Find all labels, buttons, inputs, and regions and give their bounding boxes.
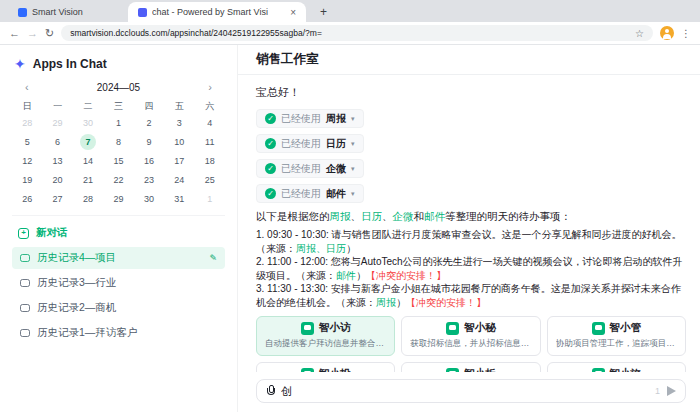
greeting-text: 宝总好！ — [256, 85, 686, 100]
bookmark-star-icon[interactable]: ☆ — [635, 28, 644, 39]
app-card-grid: 智小访 自动提供客户拜访信息并整合服务 智小秘 获取招标信息，并从招标信息中获取… — [256, 316, 686, 372]
calendar-day[interactable]: 1 — [110, 115, 126, 131]
summary-text: 等整理的明天的待办事项： — [445, 210, 571, 222]
chevron-down-icon: ▾ — [351, 190, 355, 198]
calendar-day[interactable]: 18 — [202, 153, 218, 169]
browser-menu-icon[interactable]: ⋮ — [681, 28, 691, 39]
forward-icon[interactable]: → — [27, 27, 38, 39]
calendar-day[interactable]: 14 — [80, 153, 96, 169]
summary-text: 、 — [382, 210, 393, 222]
app-logo-row: ✦ Apps In Chat — [12, 53, 225, 79]
summary-keyword: 企微 — [393, 210, 414, 222]
calendar-day[interactable]: 30 — [141, 191, 157, 207]
tab-smart-vision[interactable]: Smart Vision — [8, 2, 128, 22]
used-source-email-button[interactable]: ✓ 已经使用 邮件 ▾ — [256, 184, 364, 203]
app-card-header: 智小析 — [410, 367, 531, 372]
app-card-desc: 协助项目管理工作，追踪项目进度 — [556, 338, 677, 350]
app-card-title: 智小析 — [464, 367, 496, 372]
url-text: smartvision.dcclouds.com/appsinchat/2404… — [70, 28, 635, 38]
history-item-opportunity[interactable]: 历史记录2—商机 — [12, 297, 225, 319]
app-card-zhixiaoxi[interactable]: 智小析 自动收集并分析行业市场趋势和竞争对手信息 — [401, 362, 540, 372]
calendar-day[interactable]: 3 — [171, 115, 187, 131]
calendar-day[interactable]: 4 — [202, 115, 218, 131]
calendar-day[interactable]: 12 — [19, 153, 35, 169]
app-title: Apps In Chat — [33, 57, 107, 71]
calendar-day[interactable]: 22 — [110, 172, 126, 188]
calendar-day[interactable]: 2 — [141, 115, 157, 131]
back-icon[interactable]: ← — [9, 27, 20, 39]
calendar-day[interactable]: 30 — [80, 115, 96, 131]
close-tab-icon[interactable]: × — [290, 7, 296, 18]
calendar-day[interactable]: 26 — [19, 191, 35, 207]
calendar-day[interactable]: 6 — [50, 134, 66, 150]
summary-text: 、 — [351, 210, 362, 222]
app-card-zhixiaoguan[interactable]: 智小管 协助项目管理工作，追踪项目进度 — [547, 316, 686, 356]
check-icon: ✓ — [265, 113, 276, 124]
app-card-zhixiaolv[interactable]: 智小旅 自动规划出差日程，提供机票、酒店预订 — [547, 362, 686, 372]
app-card-title: 智小秘 — [464, 321, 496, 335]
used-source-weekly-button[interactable]: ✓ 已经使用 周报 ▾ — [256, 109, 364, 128]
chevron-down-icon: ▾ — [351, 115, 355, 123]
calendar-day[interactable]: 1 — [202, 191, 218, 207]
used-source-calendar-button[interactable]: ✓ 已经使用 日历 ▾ — [256, 134, 364, 153]
calendar-prev-icon[interactable]: ‹ — [22, 81, 32, 93]
calendar-day[interactable]: 16 — [141, 153, 157, 169]
message-input-bar: 1 — [256, 379, 686, 403]
chat-bubble-icon — [20, 254, 30, 262]
app-card-zhixiaomi[interactable]: 智小秘 获取招标信息，并从招标信息中获取商机 — [401, 316, 540, 356]
source-names: 周报、日历 — [296, 243, 346, 254]
summary-keyword: 日历 — [361, 210, 382, 222]
calendar-day[interactable]: 11 — [202, 134, 218, 150]
source-open: （来源： — [336, 297, 376, 308]
edit-icon[interactable]: ✎ — [209, 253, 217, 263]
tab-title: chat - Powered by Smart Visi — [152, 7, 268, 17]
chat-favicon-icon — [138, 8, 147, 17]
chat-bubble-icon — [20, 279, 30, 287]
calendar-day[interactable]: 20 — [50, 172, 66, 188]
calendar-day[interactable]: 21 — [80, 172, 96, 188]
profile-avatar[interactable] — [660, 26, 674, 40]
todo-item: 1. 09:30 - 10:30: 请与销售团队进行月度策略审查会议。这是一个分… — [256, 228, 686, 255]
calendar-day[interactable]: 17 — [171, 153, 187, 169]
status-prefix: 已经使用 — [281, 187, 321, 201]
calendar-day[interactable]: 28 — [80, 191, 96, 207]
workspace-header: 销售工作室 — [238, 45, 700, 75]
source-close: ） — [346, 243, 356, 254]
source-close: ） — [396, 297, 406, 308]
app-card-zhixiaofang[interactable]: 智小访 自动提供客户拜访信息并整合服务 — [256, 316, 395, 356]
send-icon[interactable] — [667, 386, 676, 396]
calendar-day[interactable]: 24 — [171, 172, 187, 188]
check-icon: ✓ — [265, 188, 276, 199]
reload-icon[interactable]: ↻ — [45, 27, 54, 40]
calendar-day[interactable]: 31 — [171, 191, 187, 207]
message-input[interactable] — [281, 385, 648, 397]
address-bar[interactable]: smartvision.dcclouds.com/appsinchat/2404… — [61, 25, 653, 41]
calendar-day[interactable]: 28 — [19, 115, 35, 131]
history-item-visit[interactable]: 历史记录1—拜访客户 — [12, 322, 225, 344]
calendar-day[interactable]: 29 — [110, 191, 126, 207]
calendar-day-selected[interactable]: 7 — [80, 134, 96, 150]
mic-icon[interactable] — [266, 385, 274, 397]
calendar-day[interactable]: 10 — [171, 134, 187, 150]
calendar-day[interactable]: 13 — [50, 153, 66, 169]
new-tab-button[interactable]: + — [314, 2, 333, 22]
used-source-wecom-button[interactable]: ✓ 已经使用 企微 ▾ — [256, 159, 364, 178]
history-item-industry[interactable]: 历史记录3—行业 — [12, 272, 225, 294]
calendar-day[interactable]: 29 — [50, 115, 66, 131]
calendar-day[interactable]: 15 — [110, 153, 126, 169]
history-item-project[interactable]: 历史记录4—项目 ✎ — [12, 247, 225, 269]
app-icon — [446, 322, 459, 335]
calendar-next-icon[interactable]: › — [205, 81, 215, 93]
app-card-zhixiaotou[interactable]: 智小投 自动整理和分析投标文件要求，协助准备投标文件 — [256, 362, 395, 372]
calendar-day[interactable]: 8 — [110, 134, 126, 150]
tab-chat[interactable]: chat - Powered by Smart Visi × — [128, 2, 306, 22]
plus-glyph: + — [21, 229, 26, 237]
calendar-day[interactable]: 9 — [141, 134, 157, 150]
calendar-day[interactable]: 23 — [141, 172, 157, 188]
calendar-day[interactable]: 5 — [19, 134, 35, 150]
calendar-day[interactable]: 19 — [19, 172, 35, 188]
app-card-header: 智小管 — [556, 321, 677, 335]
calendar-day[interactable]: 27 — [50, 191, 66, 207]
calendar-day[interactable]: 25 — [202, 172, 218, 188]
new-chat-button[interactable]: + 新对话 — [12, 222, 225, 247]
